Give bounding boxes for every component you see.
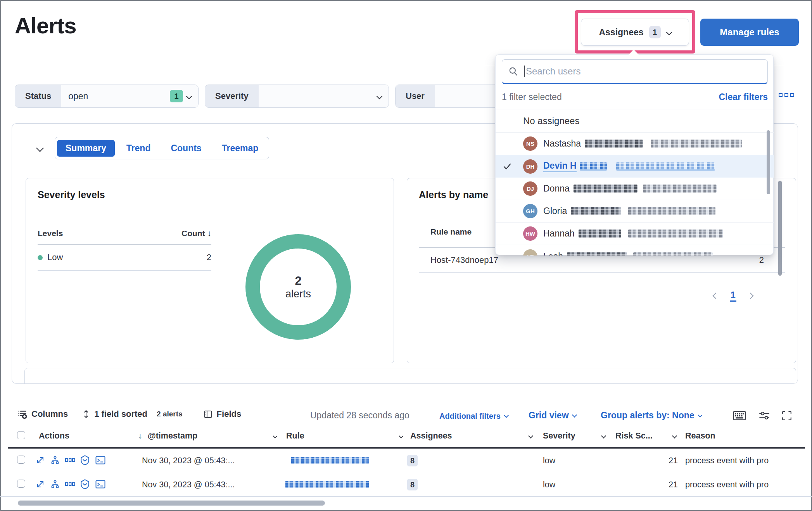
toolbar-divider: [193, 408, 193, 420]
expand-alert-icon[interactable]: [36, 456, 45, 465]
rule-name-cell[interactable]: Host-743dnoep17: [430, 255, 498, 265]
assignees-filter-button[interactable]: Assignees 1: [581, 19, 689, 46]
column-header-timestamp[interactable]: ↓ @timestamp: [138, 431, 197, 441]
redacted-rule-link[interactable]: [285, 481, 369, 488]
count-column-header[interactable]: Count ↓: [181, 229, 211, 238]
search-users-input[interactable]: Search users: [502, 59, 768, 84]
collapsed-panel-edge: [24, 368, 796, 384]
session-view-icon[interactable]: [95, 456, 105, 465]
column-header-risk-score[interactable]: Risk Sc...: [615, 431, 653, 441]
severity-table-row: Low 2: [38, 245, 211, 270]
more-actions-icon[interactable]: [65, 458, 75, 463]
tab-counts[interactable]: Counts: [162, 140, 210, 157]
additional-filters-button[interactable]: Additional filters: [439, 412, 508, 421]
timestamp-cell: Nov 30, 2023 @ 05:43:...: [142, 480, 235, 490]
fields-button[interactable]: Fields: [203, 409, 242, 419]
column-header-assignees[interactable]: Assignees: [410, 431, 452, 441]
assignees-count-badge: 1: [649, 26, 661, 38]
horizontal-scrollbar[interactable]: [18, 501, 325, 506]
select-all-checkbox[interactable]: [17, 431, 25, 439]
popover-scrollbar[interactable]: [767, 130, 770, 194]
keyboard-shortcuts-icon[interactable]: [733, 410, 746, 421]
status-filter[interactable]: Status open 1: [15, 85, 199, 108]
sorted-fields-button[interactable]: 1 field sorted: [82, 409, 147, 419]
donut-center-value: 2: [295, 274, 301, 288]
severity-filter[interactable]: Severity: [205, 85, 389, 108]
page-number[interactable]: 1: [730, 290, 736, 302]
column-header-severity[interactable]: Severity: [543, 431, 575, 441]
column-header-rule[interactable]: Rule: [286, 431, 304, 441]
column-menu-chevron-icon[interactable]: [399, 433, 404, 438]
tab-summary[interactable]: Summary: [57, 140, 115, 157]
prev-page-icon[interactable]: [713, 293, 719, 299]
column-menu-chevron-icon[interactable]: [601, 433, 606, 438]
list-item-user[interactable]: NS Nastasha: [496, 133, 774, 155]
redacted-name: [574, 185, 638, 193]
assignees-button-label: Assignees: [599, 27, 643, 38]
status-filter-value: open: [68, 91, 88, 102]
column-header-reason[interactable]: Reason: [685, 431, 715, 441]
donut-center-label: alerts: [285, 288, 311, 300]
column-menu-chevron-icon[interactable]: [672, 433, 677, 438]
rule-name-column-header[interactable]: Rule name: [430, 227, 472, 237]
list-item-user[interactable]: HW Hannah: [496, 223, 774, 245]
search-placeholder: Search users: [526, 66, 580, 77]
redacted-rule-link[interactable]: [291, 457, 369, 464]
alerts-page: Alerts Assignees 1 Manage rules Status o…: [0, 0, 812, 511]
list-item-no-assignees[interactable]: No assignees: [496, 109, 774, 133]
row-checkbox[interactable]: [17, 456, 25, 464]
risk-score-cell: 21: [636, 480, 678, 490]
column-menu-chevron-icon[interactable]: [528, 433, 533, 438]
updated-status-text: Updated 28 seconds ago: [310, 410, 409, 421]
fullscreen-icon[interactable]: [781, 410, 793, 421]
low-severity-dot-icon: [38, 255, 43, 260]
shield-icon[interactable]: [80, 479, 90, 490]
tab-treemap[interactable]: Treemap: [213, 140, 267, 157]
more-filters-icon[interactable]: [779, 93, 794, 97]
avatar: DJ: [523, 181, 537, 196]
group-alerts-by-label: Group alerts by: None: [601, 410, 695, 420]
additional-filters-label: Additional filters: [439, 412, 501, 420]
grid-view-button[interactable]: Grid view: [529, 410, 576, 421]
redacted-name: [585, 140, 643, 148]
levels-column-header: Levels: [38, 229, 63, 238]
fields-label: Fields: [217, 409, 242, 419]
list-item-user-selected[interactable]: DH Devin H: [496, 155, 774, 178]
display-settings-icon[interactable]: [758, 410, 770, 421]
section-scrollbar[interactable]: [778, 181, 782, 276]
redacted-name: [571, 207, 621, 215]
redacted-email: [628, 230, 723, 238]
assignee-count-badge[interactable]: 8: [407, 479, 418, 490]
analyzer-graph-icon[interactable]: [50, 480, 60, 489]
analyzer-graph-icon[interactable]: [50, 456, 60, 465]
expand-alert-icon[interactable]: [36, 480, 45, 489]
page-title: Alerts: [15, 12, 76, 38]
next-page-icon[interactable]: [747, 293, 753, 299]
assignee-count-badge[interactable]: 8: [407, 455, 418, 466]
table-toolbar-left: Columns 1 field sorted 2 alerts Fields: [17, 408, 241, 420]
chevron-down-icon: [572, 413, 577, 418]
list-item-user[interactable]: LT Leah: [496, 245, 774, 256]
status-count-badge: 1: [170, 90, 183, 102]
manage-rules-button[interactable]: Manage rules: [700, 19, 799, 46]
list-item-user[interactable]: DJ Donna: [496, 178, 774, 200]
column-menu-chevron-icon[interactable]: [273, 433, 278, 438]
alert-count-label: 2 alerts: [157, 410, 183, 418]
tab-trend[interactable]: Trend: [118, 140, 159, 157]
more-actions-icon[interactable]: [65, 482, 75, 487]
clear-filters-link[interactable]: Clear filters: [719, 92, 768, 102]
list-item-user[interactable]: GH Gloria: [496, 200, 774, 223]
collapse-chevron-icon[interactable]: [36, 144, 44, 152]
columns-button[interactable]: Columns: [17, 409, 68, 420]
group-alerts-by-button[interactable]: Group alerts by: None: [601, 410, 702, 421]
severity-level-count: 2: [207, 252, 211, 262]
severity-levels-panel: Severity levels Levels Count ↓ Low 2 2: [26, 178, 394, 363]
reason-cell: process event with pro: [685, 456, 812, 466]
check-icon: [503, 162, 512, 171]
reason-cell: process event with pro: [685, 480, 812, 490]
assignees-popover: Search users 1 filter selected Clear fil…: [495, 54, 774, 255]
shield-icon[interactable]: [80, 455, 90, 466]
redacted-name: [579, 230, 621, 238]
session-view-icon[interactable]: [95, 480, 105, 489]
row-checkbox[interactable]: [17, 480, 25, 488]
